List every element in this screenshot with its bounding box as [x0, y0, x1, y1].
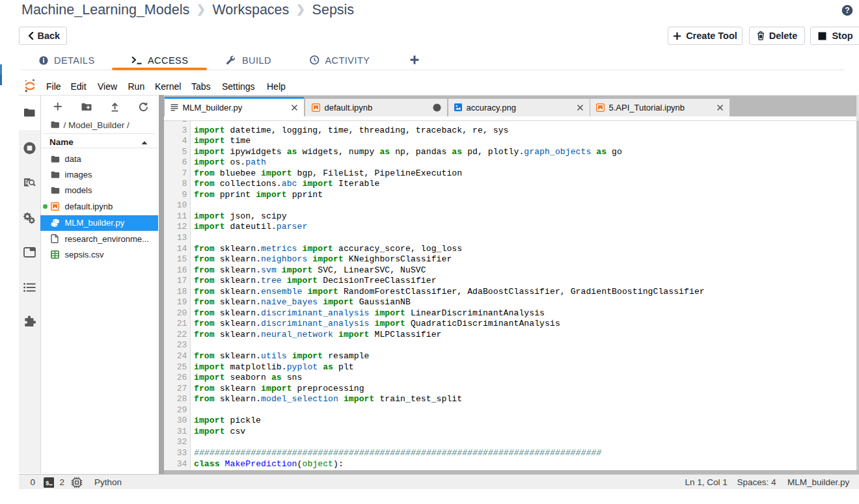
svg-text:?: ?	[845, 6, 849, 15]
svg-text:$: $	[45, 479, 49, 486]
